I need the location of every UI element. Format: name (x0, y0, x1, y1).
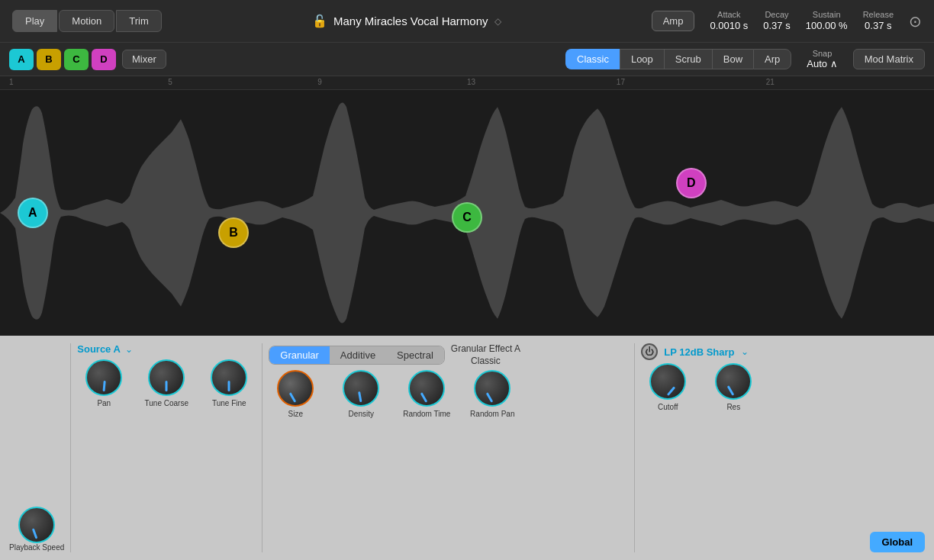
source-title[interactable]: Source A (77, 343, 121, 355)
playback-speed-knob[interactable] (18, 507, 55, 543)
zone-marker-a[interactable]: A (18, 198, 48, 228)
density-knob[interactable] (343, 370, 379, 407)
random-pan-label: Random Pan (470, 410, 514, 418)
random-time-knob[interactable] (408, 370, 445, 407)
amp-button[interactable]: Amp (652, 11, 695, 31)
granular-section: Granular Additive Spectral Granular Effe… (269, 343, 635, 552)
toolbar: Play Motion Trim 🔓 Many Miracles Vocal H… (0, 0, 934, 43)
granular-header: Granular Additive Spectral Granular Effe… (269, 343, 628, 367)
granular-tab-additive[interactable]: Additive (330, 346, 386, 364)
waveform-area: 1 5 9 13 17 21 A B C D (0, 76, 934, 336)
playmode-loop[interactable]: Loop (620, 49, 664, 69)
source-header: Source A ⌄ (77, 343, 256, 355)
release-value[interactable]: 0.37 s (865, 20, 891, 33)
lock-icon: 🔓 (312, 14, 327, 28)
filename: Many Miracles Vocal Harmony (333, 14, 488, 27)
tune-coarse-section: Tune Coarse (140, 359, 193, 407)
snap-value[interactable]: Auto ∧ (807, 58, 837, 69)
playback-speed-label: Playback Speed (9, 543, 64, 552)
size-knob[interactable] (277, 370, 314, 407)
waveform-ruler: 1 5 9 13 17 21 (0, 76, 934, 90)
playmode-group: Classic Loop Scrub Bow Arp (565, 49, 791, 69)
size-section: Size (269, 370, 322, 418)
mod-matrix-button[interactable]: Mod Matrix (853, 49, 925, 69)
attack-value[interactable]: 0.0010 s (710, 20, 748, 33)
sustain-value[interactable]: 100.00 % (806, 20, 848, 33)
playmode-arp[interactable]: Arp (753, 49, 791, 69)
filter-section: ⏻ LP 12dB Sharp ⌄ Cutoff Res Global (641, 343, 925, 552)
playmode-classic[interactable]: Classic (565, 49, 620, 69)
toolbar-left: Play Motion Trim (12, 10, 162, 32)
play-button[interactable]: Play (12, 10, 57, 32)
size-label: Size (288, 410, 303, 418)
granular-tabs: Granular Additive Spectral (269, 346, 445, 365)
ruler-mark-1: 1 (9, 78, 14, 86)
random-time-label: Random Time (403, 410, 450, 418)
filter-chevron-icon: ⌄ (741, 346, 749, 357)
granular-knobs: Size Density Random Time Random Pan (269, 370, 628, 418)
res-section: Res (707, 363, 760, 411)
res-knob[interactable] (715, 363, 752, 400)
cutoff-label: Cutoff (658, 403, 678, 411)
sustain-label: Sustain (813, 9, 841, 20)
mixer-button[interactable]: Mixer (122, 50, 166, 69)
random-pan-section: Random Pan (465, 370, 519, 418)
zone-marker-c[interactable]: C (452, 202, 482, 233)
playback-speed-section: Playback Speed (9, 343, 71, 552)
release-label: Release (863, 9, 894, 20)
attack-label: Attack (717, 9, 741, 20)
zone-row: A B C D Mixer Classic Loop Scrub Bow Arp… (0, 43, 934, 76)
source-section: Source A ⌄ Pan Tune Coarse Tune Fine (77, 343, 262, 552)
sustain-group: Sustain 100.00 % (806, 9, 848, 33)
pan-label: Pan (97, 399, 111, 407)
zone-d-button[interactable]: D (92, 49, 116, 70)
zone-c-button[interactable]: C (64, 49, 89, 70)
snap-label: Snap (813, 49, 833, 58)
release-group: Release 0.37 s (863, 9, 894, 33)
zone-marker-b[interactable]: B (218, 217, 249, 248)
power-button[interactable]: ⏻ (641, 343, 658, 360)
decay-group: Decay 0.37 s (763, 9, 790, 33)
tune-fine-label: Tune Fine (212, 399, 246, 407)
global-button[interactable]: Global (870, 532, 925, 552)
random-time-section: Random Time (400, 370, 453, 418)
attack-group: Attack 0.0010 s (710, 9, 748, 33)
filename-chevron-icon[interactable]: ◇ (494, 16, 501, 27)
granular-tab-spectral[interactable]: Spectral (386, 346, 444, 364)
tune-fine-section: Tune Fine (202, 359, 256, 407)
ruler-mark-21: 21 (766, 78, 775, 86)
pan-section: Pan (77, 359, 130, 407)
zone-marker-d[interactable]: D (676, 168, 707, 198)
filter-title[interactable]: LP 12dB Sharp (664, 346, 734, 358)
zone-b-button[interactable]: B (37, 49, 61, 70)
filter-header: ⏻ LP 12dB Sharp ⌄ (641, 343, 925, 360)
waveform-canvas: A B C D (0, 90, 934, 336)
cutoff-section: Cutoff (641, 363, 694, 411)
zone-a-button[interactable]: A (9, 49, 34, 70)
more-button[interactable]: ⊙ (909, 12, 922, 31)
source-knobs: Pan Tune Coarse Tune Fine (77, 359, 256, 407)
density-section: Density (334, 370, 388, 418)
granular-tab-granular[interactable]: Granular (269, 346, 330, 364)
playmode-bow[interactable]: Bow (712, 49, 753, 69)
motion-button[interactable]: Motion (59, 10, 114, 32)
granular-effect-label: Granular Effect A Classic (451, 343, 520, 367)
pan-knob[interactable] (85, 359, 122, 396)
tune-fine-knob[interactable] (211, 359, 247, 396)
random-pan-knob[interactable] (474, 370, 510, 407)
res-label: Res (726, 403, 740, 411)
snap-group: Snap Auto ∧ (807, 49, 837, 69)
tune-coarse-knob[interactable] (148, 359, 185, 396)
source-chevron-icon: ⌄ (125, 344, 133, 355)
ruler-mark-9: 9 (317, 78, 322, 86)
trim-button[interactable]: Trim (116, 10, 162, 32)
tune-coarse-label: Tune Coarse (145, 399, 188, 407)
cutoff-knob[interactable] (649, 363, 686, 400)
ruler-mark-5: 5 (168, 78, 172, 86)
density-label: Density (349, 410, 374, 418)
toolbar-center: 🔓 Many Miracles Vocal Harmony ◇ (162, 14, 652, 28)
playmode-scrub[interactable]: Scrub (664, 49, 712, 69)
decay-value[interactable]: 0.37 s (763, 20, 790, 33)
filter-knobs: Cutoff Res (641, 363, 925, 411)
decay-label: Decay (765, 9, 788, 20)
